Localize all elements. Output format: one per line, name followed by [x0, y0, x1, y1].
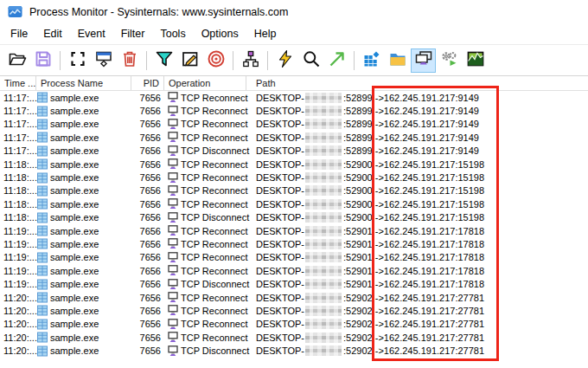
- show-filesystem-button[interactable]: [385, 48, 410, 73]
- event-row[interactable]: 11:18:... sample.exe 7656 TCP Reconnect …: [0, 184, 588, 197]
- highlight-button[interactable]: [177, 48, 202, 73]
- path-local-port: :52900 -: [343, 172, 378, 183]
- menu-file[interactable]: File: [3, 25, 35, 42]
- network-operation-icon: [168, 252, 178, 263]
- network-operation-icon: [168, 305, 178, 316]
- process-name: sample.exe: [50, 212, 99, 223]
- pid-cell: 7656: [131, 171, 161, 184]
- save-button[interactable]: [30, 48, 55, 73]
- process-cell: sample.exe: [36, 318, 131, 331]
- event-properties-button[interactable]: [272, 48, 297, 73]
- path-local-port: :52900 -: [343, 159, 378, 170]
- path-host-prefix: DESKTOP-: [256, 172, 304, 183]
- pid-cell: 7656: [131, 131, 161, 144]
- capture-button[interactable]: [65, 48, 90, 73]
- network-operation-icon: [168, 238, 178, 249]
- remote-endpoint: 162.245.191.217:9149: [384, 145, 479, 156]
- path-cell: DESKTOP-:52900 -> 162.245.191.217:15198: [246, 158, 588, 171]
- network-operation-icon: [168, 319, 178, 330]
- show-process-activity-button[interactable]: [437, 48, 462, 73]
- operation-label: TCP Reconnect: [181, 132, 247, 143]
- remote-endpoint: 162.245.191.217:9149: [384, 132, 479, 143]
- menu-options[interactable]: Options: [194, 25, 246, 42]
- include-process-button[interactable]: [203, 48, 228, 73]
- process-cell: sample.exe: [36, 264, 131, 277]
- event-row[interactable]: 11:19:... sample.exe 7656 TCP Reconnect …: [0, 237, 588, 250]
- event-row[interactable]: 11:19:... sample.exe 7656 TCP Reconnect …: [0, 251, 588, 264]
- process-cell: sample.exe: [36, 91, 131, 104]
- event-row[interactable]: 11:20:... sample.exe 7656 TCP Disconnect…: [0, 344, 588, 357]
- column-header-operation[interactable]: Operation: [164, 76, 246, 90]
- pid-cell: 7656: [131, 158, 161, 171]
- find-button[interactable]: [298, 48, 323, 73]
- remote-endpoint: 162.245.191.217:27781: [384, 345, 484, 356]
- event-row[interactable]: 11:20:... sample.exe 7656 TCP Reconnect …: [0, 291, 588, 304]
- menu-event[interactable]: Event: [70, 25, 113, 42]
- autoscroll-button[interactable]: [91, 48, 116, 73]
- show-profiling-button[interactable]: [463, 48, 488, 73]
- process-app-icon: [37, 106, 48, 117]
- column-header-process[interactable]: Process Name: [36, 76, 131, 90]
- event-row[interactable]: 11:18:... sample.exe 7656 TCP Reconnect …: [0, 171, 588, 184]
- folder-icon: [388, 49, 407, 72]
- autoscroll-window-icon: [94, 49, 113, 72]
- event-row[interactable]: 11:19:... sample.exe 7656 TCP Reconnect …: [0, 264, 588, 277]
- event-row[interactable]: 11:17:... sample.exe 7656 TCP Reconnect …: [0, 91, 588, 104]
- time-cell: 11:20:...: [0, 344, 36, 357]
- save-floppy-icon: [34, 49, 53, 72]
- column-header-time[interactable]: Time ...: [0, 76, 36, 90]
- column-header-path[interactable]: Path: [246, 76, 588, 90]
- path-host-prefix: DESKTOP-: [256, 132, 304, 143]
- path-host-prefix: DESKTOP-: [256, 145, 304, 156]
- path-host-prefix: DESKTOP-: [256, 199, 304, 210]
- menu-tools[interactable]: Tools: [152, 25, 193, 42]
- redacted-hostname: [305, 345, 342, 356]
- operation-cell: TCP Reconnect: [164, 171, 246, 184]
- process-tree-button[interactable]: [238, 48, 263, 73]
- process-app-icon: [37, 158, 48, 170]
- operation-label: TCP Reconnect: [181, 119, 247, 129]
- time-cell: 11:18:...: [0, 158, 36, 171]
- event-row[interactable]: 11:19:... sample.exe 7656 TCP Reconnect …: [0, 224, 588, 237]
- menu-help[interactable]: Help: [246, 25, 284, 42]
- process-cell: sample.exe: [36, 277, 131, 290]
- event-row[interactable]: 11:20:... sample.exe 7656 TCP Reconnect …: [0, 331, 588, 344]
- operation-cell: TCP Reconnect: [164, 158, 246, 171]
- event-row[interactable]: 11:20:... sample.exe 7656 TCP Reconnect …: [0, 304, 588, 317]
- process-name: sample.exe: [50, 239, 99, 249]
- column-header-pid[interactable]: PID: [131, 76, 164, 90]
- path-host-prefix: DESKTOP-: [256, 226, 304, 236]
- jump-to-button[interactable]: [324, 48, 349, 73]
- filter-button[interactable]: [151, 48, 176, 73]
- process-app-icon: [37, 212, 48, 223]
- event-row[interactable]: 11:20:... sample.exe 7656 TCP Reconnect …: [0, 318, 588, 331]
- process-tree-icon: [241, 49, 260, 72]
- event-row[interactable]: 11:17:... sample.exe 7656 TCP Reconnect …: [0, 131, 588, 144]
- event-row[interactable]: 11:17:... sample.exe 7656 TCP Reconnect …: [0, 104, 588, 117]
- event-row[interactable]: 11:18:... sample.exe 7656 TCP Disconnect…: [0, 211, 588, 224]
- event-row[interactable]: 11:19:... sample.exe 7656 TCP Disconnect…: [0, 277, 588, 290]
- process-app-icon: [37, 238, 48, 249]
- path-cell: DESKTOP-:52899 -> 162.245.191.217:9149: [246, 91, 588, 104]
- operation-cell: TCP Reconnect: [164, 291, 246, 304]
- process-name: sample.exe: [50, 306, 99, 316]
- menu-edit[interactable]: Edit: [35, 25, 70, 42]
- open-logfile-button[interactable]: [4, 48, 29, 73]
- process-cell: sample.exe: [36, 224, 131, 237]
- pid-cell: 7656: [131, 291, 161, 304]
- redacted-hostname: [305, 319, 342, 329]
- menu-filter[interactable]: Filter: [113, 25, 153, 42]
- pid-cell: 7656: [131, 251, 161, 264]
- show-registry-button[interactable]: [359, 48, 384, 73]
- clear-button[interactable]: [117, 48, 142, 73]
- event-row[interactable]: 11:18:... sample.exe 7656 TCP Reconnect …: [0, 197, 588, 210]
- process-app-icon: [37, 225, 48, 236]
- show-network-button[interactable]: [411, 48, 436, 73]
- process-monitor-window: { "window": { "title": "Process Monitor …: [0, 0, 588, 368]
- event-row[interactable]: 11:18:... sample.exe 7656 TCP Reconnect …: [0, 158, 588, 171]
- event-row[interactable]: 11:17:... sample.exe 7656 TCP Reconnect …: [0, 118, 588, 131]
- operation-label: TCP Reconnect: [181, 199, 247, 210]
- process-app-icon: [37, 305, 48, 316]
- path-local-port: :52899 -: [343, 145, 378, 156]
- event-row[interactable]: 11:17:... sample.exe 7656 TCP Disconnect…: [0, 145, 588, 158]
